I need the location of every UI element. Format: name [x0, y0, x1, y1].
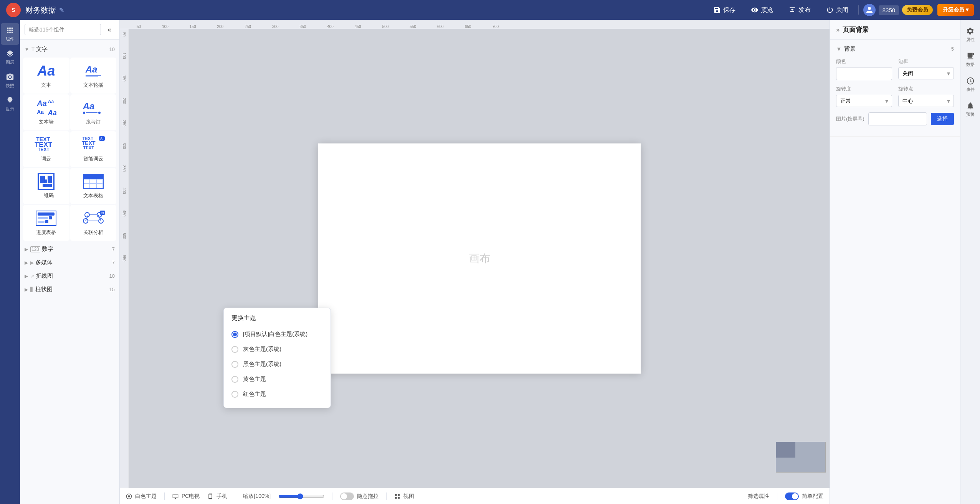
rotation-point-label: 旋转点	[898, 86, 954, 92]
component-panel: « ▼ T 文字 10 Aa 文本	[20, 20, 120, 504]
theme-option-gray[interactable]: 灰色主题(系统)	[224, 342, 331, 357]
theme-option-black[interactable]: 黑色主题(系统)	[224, 357, 331, 372]
edit-title-icon[interactable]: ✎	[59, 7, 64, 14]
drag-label: 随意拖拉	[357, 493, 378, 500]
right-panel-title: 页面背景	[843, 25, 869, 34]
ruler-canvas	[120, 20, 235, 29]
view-button[interactable]: 视图	[394, 493, 414, 500]
component-text-wall[interactable]: Aa Aa Aa Aa 文本墙	[23, 94, 69, 130]
component-word-cloud-label: 词云	[41, 155, 51, 162]
theme-dropdown: 更换主题 [项目默认]白色主题(系统) 灰色主题(系统) 黑色主题(系统) 黄色…	[223, 308, 331, 408]
canvas-scroll[interactable]: 画布	[129, 29, 830, 488]
component-marquee[interactable]: Aa 跑马灯	[70, 94, 117, 130]
ai-word-cloud-icon: TEXT TEXT TEXT AI	[81, 136, 106, 153]
theme-option-white[interactable]: [项目默认]白色主题(系统)	[224, 327, 331, 342]
right-icon-events[interactable]: 事件	[961, 73, 980, 96]
rotation-row: 旋转度 正常 旋转点 中心	[836, 86, 954, 107]
theme-radio-black	[231, 361, 238, 368]
preview-button[interactable]: 预览	[745, 4, 778, 16]
sidebar-label-components: 组件	[6, 36, 14, 42]
save-button[interactable]: 保存	[708, 4, 741, 16]
right-icon-alerts[interactable]: 预警	[961, 98, 980, 121]
component-progress-table[interactable]: 进度表格	[23, 205, 69, 241]
zoom-slider[interactable]	[278, 493, 324, 499]
simple-config-switch[interactable]	[785, 492, 799, 500]
border-select[interactable]: 关闭	[898, 67, 954, 79]
ruler-top: 50 100 150 200 250 300 350 400 450 500 5…	[120, 20, 830, 29]
rotation-point-select[interactable]: 中心	[898, 95, 954, 107]
sidebar-item-components[interactable]: 组件	[1, 23, 19, 45]
sidebar-label-hints: 提示	[6, 106, 14, 112]
vip-badge: 免费会员	[902, 5, 933, 15]
theme-option-red[interactable]: 红色主题	[224, 387, 331, 402]
sidebar-label-snapshot: 快照	[6, 83, 14, 89]
theme-label: 白色主题	[135, 493, 157, 500]
upgrade-button[interactable]: 升级会员 ▾	[937, 4, 974, 16]
theme-label-black: 黑色主题(系统)	[243, 361, 281, 368]
drag-toggle-switch[interactable]	[340, 492, 354, 500]
right-icon-properties-label: 属性	[966, 37, 975, 43]
color-preview[interactable]	[836, 67, 892, 80]
text-wall-icon: Aa Aa Aa Aa	[34, 99, 58, 116]
chevron-down-icon: ▾	[966, 7, 968, 13]
component-text-label: 文本	[41, 82, 51, 89]
ruler-left: 50 100 150 200 250 300 350 400 450 500 5…	[120, 29, 129, 488]
component-ai-word-cloud[interactable]: TEXT TEXT TEXT AI 智能词云	[70, 131, 117, 167]
relation-analysis-icon: AI	[81, 210, 106, 227]
pc-tv-button[interactable]: PC电视	[172, 493, 200, 500]
progress-table-icon	[34, 210, 58, 227]
bottom-divider-5	[777, 492, 777, 500]
picture-preview	[868, 112, 927, 125]
drag-toggle[interactable]: 随意拖拉	[340, 492, 378, 500]
right-icon-data[interactable]: 数据	[961, 48, 980, 71]
component-qrcode[interactable]: 二维码	[23, 168, 69, 204]
component-relation-analysis-label: 关联分析	[83, 229, 103, 236]
component-marquee-label: 跑马灯	[86, 119, 101, 125]
right-panel: » 页面背景 ▼ 背景 5 颜色 边框 关闭	[830, 20, 960, 504]
rotation-select[interactable]: 正常	[836, 95, 892, 107]
mobile-button[interactable]: 手机	[207, 493, 227, 500]
user-area[interactable]: 8350 免费会员	[863, 4, 933, 16]
border-group: 边框 关闭	[898, 58, 954, 79]
picture-select-button[interactable]: 选择	[931, 113, 954, 125]
theme-option-yellow[interactable]: 黄色主题	[224, 372, 331, 387]
theme-radio-white	[231, 331, 238, 338]
component-word-cloud[interactable]: TEXT TEXT TEXT 词云	[23, 131, 69, 167]
theme-label-red: 红色主题	[243, 390, 266, 398]
rotation-point-wrapper: 中心	[898, 95, 954, 107]
picture-label: 图片(按屏幕)	[836, 115, 864, 122]
category-media-label: 多媒体	[35, 259, 53, 266]
category-text-count: 10	[109, 46, 115, 52]
category-bar-chart-count: 15	[109, 287, 115, 292]
rotation-select-wrapper: 正常	[836, 95, 892, 107]
collapse-panel-button[interactable]: «	[104, 24, 115, 35]
sidebar-item-hints[interactable]: 提示	[1, 93, 19, 115]
bg-section-header[interactable]: ▼ 背景 5	[836, 45, 954, 53]
component-relation-analysis[interactable]: AI 关联分析	[70, 205, 117, 241]
word-cloud-icon: TEXT TEXT TEXT	[34, 136, 58, 153]
component-text-table[interactable]: 文本表格	[70, 168, 117, 204]
theme-button[interactable]: 白色主题	[126, 493, 157, 500]
bottom-divider-3	[332, 492, 332, 500]
category-bar-chart-header[interactable]: ▶ ▋ 柱状图 15	[20, 283, 119, 296]
component-text[interactable]: Aa 文本	[23, 58, 69, 94]
category-numbers-header[interactable]: ▶ 123 数字 7	[20, 242, 119, 256]
sidebar-item-layers[interactable]: 图层	[1, 46, 19, 68]
category-media-header[interactable]: ▶ ▶ 多媒体 7	[20, 256, 119, 269]
component-search-input[interactable]	[25, 24, 101, 35]
svg-line-3	[98, 215, 101, 221]
right-icon-events-label: 事件	[966, 87, 975, 92]
bottom-divider-1	[164, 492, 165, 500]
bottom-divider-2	[235, 492, 235, 500]
category-line-chart-header[interactable]: ▶ ↗ 折线图 10	[20, 269, 119, 283]
component-qrcode-label: 二维码	[39, 192, 54, 199]
publish-button[interactable]: 发布	[783, 4, 816, 16]
component-text-scroll[interactable]: Aa 文本轮播	[70, 58, 117, 94]
right-icon-alerts-label: 预警	[966, 112, 975, 117]
simple-config-toggle[interactable]: 简单配置	[785, 492, 823, 500]
category-numbers-label: 数字	[42, 245, 53, 253]
close-button[interactable]: 关闭	[821, 4, 854, 16]
category-text-header[interactable]: ▼ T 文字 10	[20, 43, 119, 56]
right-icon-properties[interactable]: 属性	[961, 23, 980, 46]
sidebar-item-snapshot[interactable]: 快照	[1, 70, 19, 92]
